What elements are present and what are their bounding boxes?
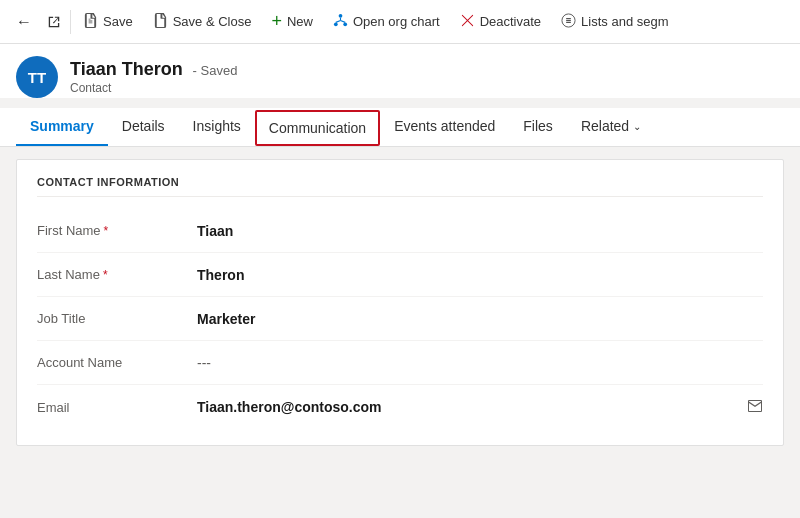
- save-close-icon: [153, 13, 168, 31]
- deactivate-label: Deactivate: [480, 14, 541, 29]
- back-button[interactable]: ←: [8, 6, 40, 38]
- save-button[interactable]: Save: [73, 0, 143, 44]
- open-org-chart-label: Open org chart: [353, 14, 440, 29]
- popout-button[interactable]: [40, 8, 68, 36]
- field-value-account-name[interactable]: ---: [197, 355, 763, 371]
- chevron-down-icon: ⌄: [633, 121, 641, 132]
- required-star-last-name: *: [103, 268, 108, 282]
- svg-point-2: [343, 22, 347, 26]
- avatar: TT: [16, 56, 58, 98]
- record-header: TT Tiaan Theron - Saved Contact: [0, 44, 800, 98]
- record-name-area: Tiaan Theron - Saved Contact: [70, 59, 237, 95]
- record-saved-status: - Saved: [193, 63, 238, 78]
- record-name: Tiaan Theron: [70, 59, 183, 79]
- new-icon: +: [271, 11, 282, 32]
- svg-point-0: [339, 13, 343, 17]
- deactivate-button[interactable]: Deactivate: [450, 0, 551, 44]
- svg-point-1: [334, 22, 338, 26]
- lists-button[interactable]: Lists and segm: [551, 0, 678, 44]
- open-org-chart-button[interactable]: Open org chart: [323, 0, 450, 44]
- new-label: New: [287, 14, 313, 29]
- lists-icon: [561, 13, 576, 31]
- record-identity: TT Tiaan Theron - Saved Contact: [16, 56, 784, 98]
- tabs-bar: Summary Details Insights Communication E…: [0, 108, 800, 147]
- field-label-job-title: Job Title: [37, 311, 197, 326]
- svg-line-4: [336, 20, 341, 22]
- field-label-email: Email: [37, 400, 197, 415]
- field-row-account-name: Account Name ---: [37, 341, 763, 385]
- org-chart-icon: [333, 13, 348, 31]
- toolbar-divider-1: [70, 10, 71, 34]
- deactivate-icon: [460, 13, 475, 31]
- save-label: Save: [103, 14, 133, 29]
- save-icon: [83, 13, 98, 31]
- tab-files[interactable]: Files: [509, 108, 567, 146]
- field-value-job-title[interactable]: Marketer: [197, 311, 763, 327]
- field-value-first-name[interactable]: Tiaan: [197, 223, 763, 239]
- email-action-icon[interactable]: [747, 398, 763, 417]
- svg-line-5: [340, 20, 345, 22]
- field-label-account-name: Account Name: [37, 355, 197, 370]
- tab-insights[interactable]: Insights: [179, 108, 255, 146]
- field-label-first-name: First Name *: [37, 223, 197, 238]
- field-label-last-name: Last Name *: [37, 267, 197, 282]
- contact-information-card: CONTACT INFORMATION First Name * Tiaan L…: [16, 159, 784, 446]
- tab-events-attended[interactable]: Events attended: [380, 108, 509, 146]
- tab-communication[interactable]: Communication: [255, 110, 380, 146]
- lists-label: Lists and segm: [581, 14, 668, 29]
- save-close-label: Save & Close: [173, 14, 252, 29]
- record-name-line: Tiaan Theron - Saved: [70, 59, 237, 80]
- popout-icon: [47, 15, 61, 29]
- tab-details[interactable]: Details: [108, 108, 179, 146]
- field-value-last-name[interactable]: Theron: [197, 267, 763, 283]
- field-row-first-name: First Name * Tiaan: [37, 209, 763, 253]
- toolbar: ← Save Save & Close + New Open org chart…: [0, 0, 800, 44]
- tab-related[interactable]: Related ⌄: [567, 108, 655, 146]
- field-row-job-title: Job Title Marketer: [37, 297, 763, 341]
- record-type: Contact: [70, 81, 237, 95]
- main-content: CONTACT INFORMATION First Name * Tiaan L…: [0, 147, 800, 518]
- field-value-email[interactable]: Tiaan.theron@contoso.com: [197, 399, 739, 415]
- save-close-button[interactable]: Save & Close: [143, 0, 262, 44]
- new-button[interactable]: + New: [261, 0, 323, 44]
- tab-summary[interactable]: Summary: [16, 108, 108, 146]
- field-row-email: Email Tiaan.theron@contoso.com: [37, 385, 763, 429]
- field-row-last-name: Last Name * Theron: [37, 253, 763, 297]
- required-star-first-name: *: [104, 224, 109, 238]
- section-title: CONTACT INFORMATION: [37, 176, 763, 197]
